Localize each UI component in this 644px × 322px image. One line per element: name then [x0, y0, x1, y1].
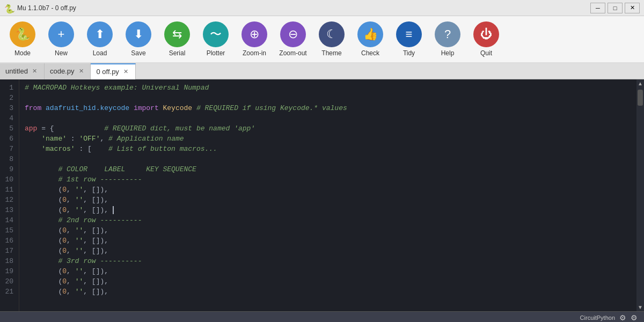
theme-label: Theme: [321, 49, 341, 57]
line-number: 10: [4, 174, 13, 185]
line-number: 18: [4, 256, 13, 266]
tab-close-code.py[interactable]: ✕: [77, 68, 85, 75]
check-label: Check: [361, 49, 379, 57]
load-icon: ⬆: [95, 27, 105, 41]
line-number: 4: [4, 113, 13, 123]
plotter-icon: 〜: [210, 26, 222, 42]
help-icon: ?: [444, 27, 451, 41]
tab-label: untitled: [5, 67, 28, 75]
maximize-button[interactable]: □: [608, 3, 623, 13]
load-label: Load: [93, 49, 107, 57]
line-number: 7: [4, 144, 13, 154]
quit-icon: ⏻: [480, 27, 492, 41]
zoom-in-label: Zoom-in: [243, 49, 266, 57]
line-number: 9: [4, 164, 13, 174]
tab-untitled[interactable]: untitled✕: [0, 63, 45, 79]
zoom-in-icon: ⊕: [250, 27, 259, 41]
line-number: 3: [4, 103, 13, 113]
plotter-label: Plotter: [207, 49, 225, 57]
scroll-down-arrow[interactable]: ▼: [636, 303, 644, 311]
mode-icon: 🐍: [16, 27, 30, 41]
minimize-button[interactable]: ─: [590, 3, 605, 13]
line-number: 2: [4, 93, 13, 103]
tab-code.py[interactable]: code.py✕: [45, 63, 91, 79]
zoom-out-icon: ⊖: [288, 27, 298, 41]
line-number: 6: [4, 134, 13, 144]
window-controls[interactable]: ─ □ ✕: [590, 3, 640, 13]
vertical-scrollbar[interactable]: ▲ ▼: [636, 79, 644, 311]
save-label: Save: [131, 49, 145, 57]
line-number: 11: [4, 185, 13, 195]
toolbar-tidy-button[interactable]: ≡Tidy: [391, 18, 427, 60]
toolbar-help-button[interactable]: ?Help: [429, 18, 466, 60]
toolbar-quit-button[interactable]: ⏻Quit: [468, 18, 504, 60]
tabs-bar: untitled✕code.py✕0 off.py✕: [0, 63, 644, 79]
line-number: 15: [4, 225, 13, 236]
tab-close-0 off.py[interactable]: ✕: [122, 68, 130, 76]
gear-icon[interactable]: ⚙: [631, 313, 638, 322]
line-number: 1: [4, 83, 13, 93]
tidy-icon: ≡: [406, 27, 413, 41]
check-icon: 👍: [363, 27, 378, 41]
line-number: 8: [4, 154, 13, 164]
quit-label: Quit: [480, 49, 492, 57]
line-number: 19: [4, 266, 13, 276]
line-number: 17: [4, 246, 13, 256]
line-number: 5: [4, 123, 13, 134]
scroll-up-arrow[interactable]: ▲: [636, 79, 644, 87]
scrollbar-thumb[interactable]: [638, 90, 643, 106]
tab-0 off.py[interactable]: 0 off.py✕: [91, 63, 135, 79]
new-label: New: [55, 49, 68, 57]
toolbar-zoom-in-button[interactable]: ⊕Zoom-in: [236, 18, 273, 60]
editor-container: 123456789101112131415161718192021 # MACR…: [0, 79, 644, 311]
tab-close-untitled[interactable]: ✕: [31, 68, 39, 75]
toolbar-new-button[interactable]: +New: [43, 18, 79, 60]
serial-label: Serial: [169, 49, 186, 57]
tidy-label: Tidy: [403, 49, 415, 57]
title-bar-left: 🐍 Mu 1.1.0b7 - 0 off.py: [4, 4, 76, 12]
code-editor[interactable]: # MACROPAD Hotkeys example: Universal Nu…: [19, 79, 636, 311]
line-number: 16: [4, 236, 13, 246]
toolbar-zoom-out-button[interactable]: ⊖Zoom-out: [275, 18, 311, 60]
toolbar: 🐍Mode+New⬆Load⬇Save⇆Serial〜Plotter⊕Zoom-…: [0, 16, 644, 63]
window-title: Mu 1.1.0b7 - 0 off.py: [17, 4, 76, 12]
line-number: 14: [4, 215, 13, 225]
app-icon: 🐍: [4, 4, 13, 12]
tab-label: 0 off.py: [96, 68, 119, 76]
toolbar-theme-button[interactable]: ☾Theme: [313, 18, 350, 60]
line-number: 21: [4, 287, 13, 297]
line-number: 13: [4, 205, 13, 215]
toolbar-mode-button[interactable]: 🐍Mode: [4, 18, 41, 60]
settings-icon[interactable]: ⚙: [619, 313, 626, 322]
status-bar: CircuitPython ⚙ ⚙: [0, 311, 644, 322]
mode-label: Mode: [14, 49, 31, 57]
toolbar-load-button[interactable]: ⬆Load: [82, 18, 118, 60]
toolbar-save-button[interactable]: ⬇Save: [120, 18, 157, 60]
toolbar-check-button[interactable]: 👍Check: [352, 18, 389, 60]
theme-icon: ☾: [326, 27, 337, 41]
title-bar: 🐍 Mu 1.1.0b7 - 0 off.py ─ □ ✕: [0, 0, 644, 16]
help-label: Help: [441, 49, 455, 57]
circuit-python-label: CircuitPython: [580, 314, 615, 321]
save-icon: ⬇: [134, 27, 143, 41]
line-numbers: 123456789101112131415161718192021: [0, 79, 19, 311]
toolbar-plotter-button[interactable]: 〜Plotter: [197, 18, 234, 60]
zoom-out-label: Zoom-out: [279, 49, 306, 57]
close-button[interactable]: ✕: [625, 3, 640, 13]
serial-icon: ⇆: [172, 27, 182, 41]
line-number: 20: [4, 276, 13, 287]
new-icon: +: [58, 27, 65, 41]
tab-label: code.py: [50, 67, 75, 75]
toolbar-serial-button[interactable]: ⇆Serial: [159, 18, 195, 60]
line-number: 12: [4, 195, 13, 205]
